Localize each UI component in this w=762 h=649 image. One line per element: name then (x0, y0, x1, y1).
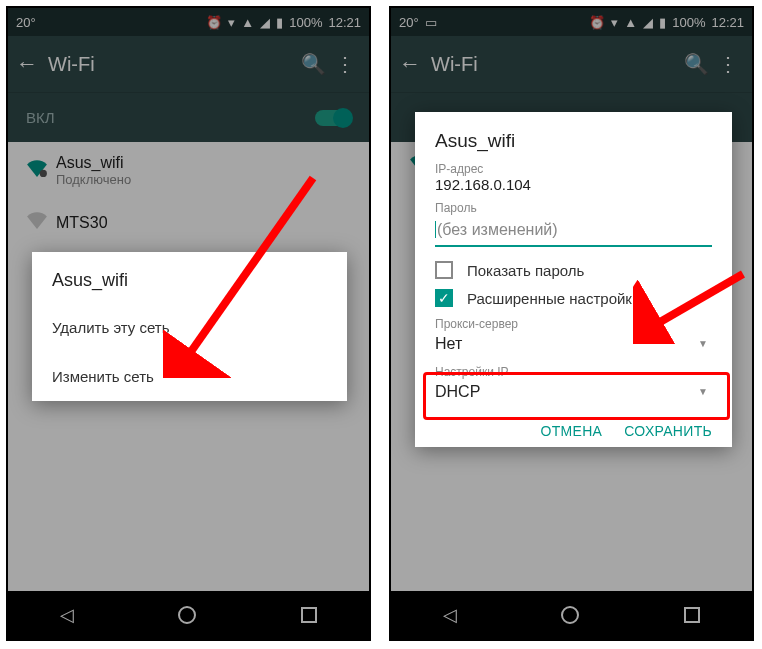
dialog-title: Asus_wifi (435, 130, 712, 152)
save-button[interactable]: СОХРАНИТЬ (624, 423, 712, 439)
network-edit-dialog: Asus_wifi IP-адрес 192.168.0.104 Пароль … (415, 112, 732, 447)
delete-network-option[interactable]: Удалить эту сеть (32, 303, 347, 352)
show-password-row[interactable]: Показать пароль (435, 261, 712, 279)
advanced-row[interactable]: ✓ Расширенные настройки (435, 289, 712, 307)
ip-settings-field[interactable]: Настройки IP DHCP ▼ (435, 365, 712, 405)
dropdown-icon: ▼ (698, 386, 708, 397)
phone-screenshot-left: 20° ⏰ ▾ ▲ ◢ ▮ 100% 12:21 ← Wi-Fi 🔍 ⋮ ВКЛ… (6, 6, 371, 641)
ip-settings-label: Настройки IP (435, 365, 712, 379)
advanced-checkbox[interactable]: ✓ (435, 289, 453, 307)
ip-settings-value: DHCP (435, 379, 712, 405)
show-password-checkbox[interactable] (435, 261, 453, 279)
proxy-label: Прокси-сервер (435, 317, 712, 331)
password-label: Пароль (435, 201, 712, 215)
ip-address-value: 192.168.0.104 (435, 176, 712, 193)
modify-network-option[interactable]: Изменить сеть (32, 352, 347, 401)
show-password-label: Показать пароль (467, 262, 584, 279)
advanced-label: Расширенные настройки (467, 290, 640, 307)
dropdown-icon: ▼ (698, 338, 708, 349)
cancel-button[interactable]: ОТМЕНА (541, 423, 603, 439)
ip-address-label: IP-адрес (435, 162, 712, 176)
password-input[interactable]: (без изменений) (435, 215, 712, 247)
dialog-actions: ОТМЕНА СОХРАНИТЬ (435, 423, 712, 439)
proxy-value: Нет (435, 331, 712, 357)
proxy-field[interactable]: Прокси-сервер Нет ▼ (435, 317, 712, 357)
network-context-dialog: Asus_wifi Удалить эту сеть Изменить сеть (32, 252, 347, 401)
dialog-title: Asus_wifi (32, 252, 347, 303)
phone-screenshot-right: 20° ▭ ⏰ ▾ ▲ ◢ ▮ 100% 12:21 ← Wi-Fi 🔍 ⋮ ◁… (389, 6, 754, 641)
